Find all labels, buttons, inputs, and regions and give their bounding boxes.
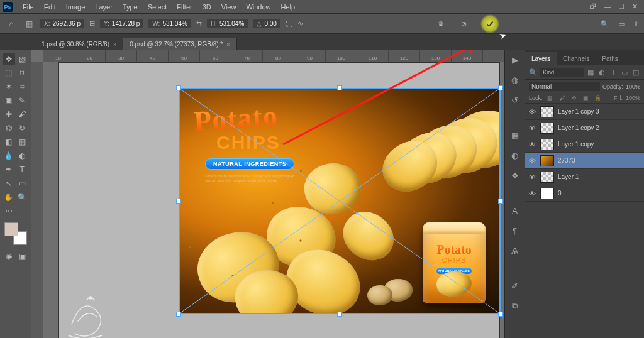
fill-value[interactable]: 100% [626,95,640,101]
play-action-icon[interactable]: ▶ [509,54,521,65]
menu-view[interactable]: View [216,2,242,12]
screen-mode-icon[interactable]: ▣ [16,250,29,263]
menu-layer[interactable]: Layer [90,2,118,12]
layer-row[interactable]: 👁Layer 1 [525,169,644,185]
placed-image[interactable]: Potato CHIPS NATURAL INGREDIENTS Lorem i… [179,88,501,314]
menu-edit[interactable]: Edit [39,2,61,12]
canvas-area[interactable]: 102030405060708090100110120130140 Potato… [31,50,504,338]
interp-icon[interactable]: ⛶ [286,20,292,28]
layer-row[interactable]: 👁27373 [525,153,644,169]
heal-tool[interactable]: ✚ [3,108,15,121]
quick-mask-icon[interactable]: ◉ [3,250,15,263]
close-icon[interactable]: ✕ [632,3,638,11]
stamp-tool[interactable]: ⌬ [3,122,15,134]
opacity-value[interactable]: 100% [626,84,640,90]
x-field[interactable]: X:2692.36 p [40,19,84,28]
w-field[interactable]: W:531.04% [148,19,191,28]
eyedropper-tool[interactable]: ✎ [16,94,29,107]
move-tool[interactable]: ✥ [3,53,15,65]
close-tab-icon[interactable]: × [113,41,116,48]
panel-tab-channels[interactable]: Channels [557,52,596,65]
layer-row[interactable]: 👁Layer 1 copy [525,136,644,153]
pen-tool[interactable]: ✒ [3,163,15,176]
shape-tool[interactable]: ▭ [16,177,29,190]
glyph-icon[interactable]: Ѧ [509,245,521,256]
menu-help[interactable]: Help [276,2,301,12]
panel-tab-layers[interactable]: Layers [525,52,557,65]
path-select-tool[interactable]: ↖ [3,177,15,190]
zoom-tool[interactable]: 🔍 [16,191,29,204]
lock-nest-icon[interactable]: ▣ [582,95,591,101]
menu-window[interactable]: Window [241,2,275,12]
maximize-icon[interactable]: ☐ [618,3,625,11]
menu-image[interactable]: Image [61,2,91,12]
foreground-color-swatch[interactable] [4,222,18,236]
visibility-icon[interactable]: 👁 [528,190,536,197]
ref-point-icon[interactable]: ⊞ [89,19,95,28]
menu-file[interactable]: File [18,2,39,12]
visibility-icon[interactable]: 👁 [528,173,536,181]
lock-pos-icon[interactable]: ✥ [570,95,579,101]
layer-row[interactable]: 👁Layer 1 copy 2 [525,120,644,136]
workspace-icon[interactable]: ▭ [618,20,625,28]
layer-row[interactable]: 👁0 [525,185,644,202]
eraser-tool[interactable]: ◧ [3,136,15,148]
history-brush-tool[interactable]: ↻ [16,122,29,134]
filter-adjust-icon[interactable]: ◐ [597,68,606,77]
commit-transform-button[interactable] [480,14,499,33]
character-icon[interactable]: A [509,205,521,216]
menu-filter[interactable]: Filter [172,2,197,12]
y-field[interactable]: Y:1417.28 p [100,19,143,28]
history-icon[interactable]: ↺ [509,94,521,106]
brush-tool[interactable]: 🖌 [16,108,29,121]
lasso-tool[interactable]: ⌑ [16,67,29,79]
visibility-icon[interactable]: 👁 [528,157,536,165]
adjustments-icon[interactable]: ◐ [509,150,521,161]
menu-3d[interactable]: 3D [197,2,216,12]
app-logo[interactable]: Ps [3,2,13,12]
hand-tool[interactable]: ✋ [3,191,15,204]
dodge-tool[interactable]: ◐ [16,150,29,162]
visibility-icon[interactable]: 👁 [528,108,536,116]
cancel-transform-icon[interactable]: ⊘ [458,18,469,30]
restore-child-icon[interactable]: 🗗 [589,3,596,11]
gradient-tool[interactable]: ▦ [16,136,29,148]
edit-toolbar-icon[interactable]: ⋯ [3,205,15,217]
warp-icon[interactable]: ♛ [435,18,447,30]
search-icon[interactable]: 🔍 [601,20,609,28]
home-icon[interactable]: ⌂ [5,18,18,30]
filter-type-icon[interactable]: T [609,68,618,76]
filter-shape-icon[interactable]: ▭ [620,68,629,77]
layer-thumb[interactable] [540,155,554,166]
color-swatches[interactable] [4,222,27,245]
quick-select-tool[interactable]: ✶ [3,80,15,93]
panel-tab-paths[interactable]: Paths [596,52,625,65]
menu-select[interactable]: Select [143,2,172,12]
visibility-icon[interactable]: 👁 [528,124,536,132]
document-tab[interactable]: 1.psd @ 30.8% (RGB/8)× [35,38,123,50]
close-tab-icon[interactable]: × [226,41,230,48]
lock-all-icon[interactable]: 🔒 [594,95,602,101]
anti-alias-icon[interactable]: ∿ [297,19,303,28]
layer-thumb[interactable] [540,139,554,150]
blend-mode-dropdown[interactable]: Normal [529,82,600,91]
layer-row[interactable]: 👁Layer 1 copy 3 [525,104,644,120]
filter-pixel-icon[interactable]: ▩ [586,68,595,77]
styles-icon[interactable]: ❖ [509,170,521,181]
frame-tool[interactable]: ▣ [3,94,15,107]
swatches-panel-icon[interactable]: ▦ [509,129,521,141]
layer-thumb[interactable] [540,106,554,117]
clone-panel-icon[interactable]: ⧉ [509,300,521,312]
angle-field[interactable]: △0.00 [253,19,280,28]
paragraph-icon[interactable]: ¶ [509,225,521,236]
layer-thumb[interactable] [540,188,554,199]
visibility-icon[interactable]: 👁 [528,141,536,148]
search-icon[interactable]: 🔍 [529,68,538,77]
filter-kind-dropdown[interactable]: Kind [540,68,584,77]
blur-tool[interactable]: 💧 [3,150,15,162]
filter-smart-icon[interactable]: ◫ [631,68,640,77]
link-wh-icon[interactable]: ⇆ [196,19,202,28]
minimize-icon[interactable]: — [604,3,611,11]
lock-trans-icon[interactable]: ▦ [546,95,555,101]
tool-preset-icon[interactable]: ▦ [23,18,35,30]
